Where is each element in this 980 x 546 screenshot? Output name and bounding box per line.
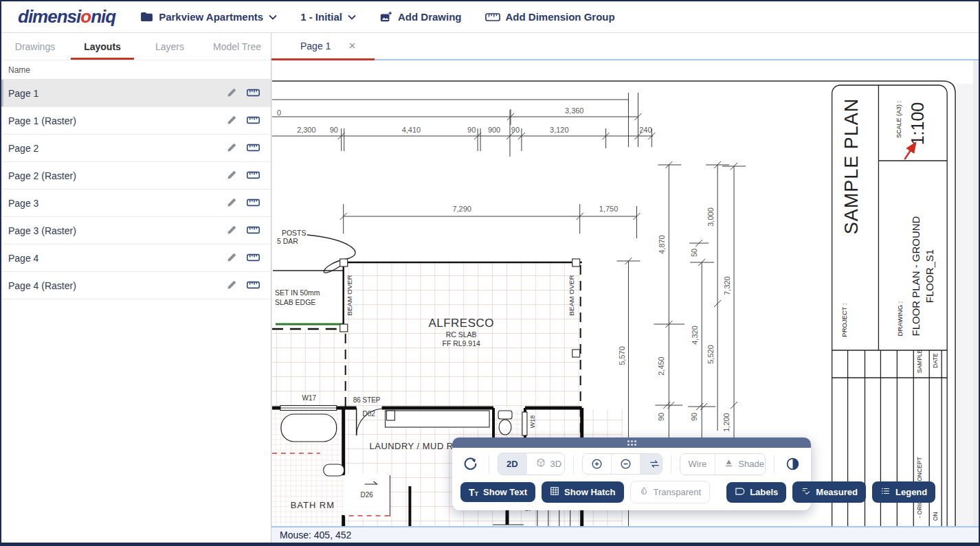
status-bar: Mouse: 405, 452: [271, 526, 979, 543]
dim-3360: 3,360: [565, 106, 583, 115]
fit-extents-button[interactable]: [640, 454, 662, 474]
drawing-name-line2: FLOOR_S1: [924, 249, 935, 303]
show-hatch-button[interactable]: Show Hatch: [542, 481, 623, 503]
measured-icon: [801, 486, 811, 498]
ruler-icon: [485, 12, 500, 22]
document-tab-page-1[interactable]: Page 1 ×: [271, 33, 375, 60]
layout-row-page-4[interactable]: Page 4: [1, 244, 271, 272]
version-selector[interactable]: 1 - Initial: [300, 11, 356, 23]
dim-240: 240: [639, 126, 652, 134]
dim-2300: 2,300: [297, 126, 315, 134]
layout-row-page-2[interactable]: Page 2: [1, 135, 271, 162]
layout-row-page-1[interactable]: Page 1: [1, 80, 271, 107]
layout-row-page-1-raster[interactable]: Page 1 (Raster): [1, 107, 271, 135]
rename-pencil-icon[interactable]: [227, 225, 237, 237]
d26-label: D26: [360, 491, 373, 499]
measured-label: Measured: [816, 487, 858, 497]
dimension-ruler-icon[interactable]: [247, 225, 260, 236]
sidebar: Drawings Layouts Layers Model Tree Name …: [1, 33, 271, 543]
rename-pencil-icon[interactable]: [227, 115, 237, 127]
dimension-ruler-icon[interactable]: [247, 198, 260, 209]
project-selector[interactable]: Parkview Apartments: [140, 11, 277, 23]
text-icon: TT: [469, 488, 478, 497]
dim-4410: 4,410: [402, 126, 421, 134]
add-dimension-group-button[interactable]: Add Dimension Group: [485, 11, 615, 23]
layout-row-page-3[interactable]: Page 3: [1, 190, 271, 217]
dim-1200: 1,200: [722, 413, 731, 431]
dim-4870: 4,870: [658, 235, 666, 253]
mode-3d-label: 3D: [550, 459, 562, 469]
tab-layers[interactable]: Layers: [136, 33, 203, 60]
dim-4320: 4,320: [691, 326, 699, 344]
close-icon[interactable]: ×: [348, 40, 355, 52]
dim-3000: 3,000: [706, 207, 715, 226]
toolbar-drag-handle[interactable]: [452, 437, 811, 448]
app-window: dimensioniq Parkview Apartments 1 - Init…: [0, 0, 980, 546]
tab-model-tree[interactable]: Model Tree: [203, 33, 271, 60]
rotate-button[interactable]: [460, 455, 480, 473]
chevron-down-icon: [269, 14, 277, 20]
rename-pencil-icon[interactable]: [227, 197, 237, 209]
show-text-button[interactable]: TTShow Text: [460, 482, 535, 502]
layout-row-page-2-raster[interactable]: Page 2 (Raster): [1, 162, 271, 190]
transparent-label: Transparent: [654, 487, 702, 497]
add-drawing-button[interactable]: Add Drawing: [379, 11, 462, 23]
dimension-ruler-icon[interactable]: [247, 170, 260, 181]
layout-row-page-3-raster[interactable]: Page 3 (Raster): [1, 217, 271, 244]
revision-label: ON: [932, 512, 939, 521]
tab-layouts[interactable]: Layouts: [69, 33, 136, 60]
logo-text: dimensi: [18, 6, 80, 27]
measured-button[interactable]: Measured: [792, 481, 866, 503]
chevron-down-icon: [348, 14, 356, 20]
mode-3d-button[interactable]: 3D: [526, 453, 565, 475]
legend-button[interactable]: Legend: [872, 481, 935, 503]
toolbar-row-view: 2D 3D Wire: [460, 453, 803, 475]
rename-pencil-icon[interactable]: [227, 170, 237, 182]
wire-button[interactable]: Wire: [680, 454, 715, 475]
zoom-out-button[interactable]: [611, 454, 640, 474]
top-bar: dimensioniq Parkview Apartments 1 - Init…: [1, 1, 979, 33]
dimension-ruler-icon[interactable]: [247, 88, 260, 99]
dimension-ruler-icon[interactable]: [247, 143, 260, 154]
labels-button[interactable]: Labels: [726, 482, 786, 503]
dimension-ruler-icon[interactable]: [247, 115, 260, 126]
mid-dimensions: [340, 204, 641, 238]
wire-label: Wire: [689, 459, 707, 469]
mode-2d-button[interactable]: 2D: [498, 453, 526, 475]
rename-pencil-icon[interactable]: [227, 87, 237, 100]
laundry-label: LAUNDRY / MUD R: [370, 441, 454, 451]
logo-accent: o: [80, 6, 91, 27]
rename-pencil-icon[interactable]: [227, 280, 237, 292]
transparent-button[interactable]: Transparent: [630, 481, 711, 503]
legend-label: Legend: [895, 487, 927, 497]
rename-pencil-icon[interactable]: [227, 142, 237, 155]
show-text-label: Show Text: [483, 487, 527, 497]
dim-5520: 5,520: [706, 345, 715, 363]
project-label: PROJECT :: [840, 303, 848, 337]
scale-label: SCALE (A3) :: [895, 101, 902, 138]
hatch-grid-icon: [550, 486, 559, 498]
layout-row-page-4-raster[interactable]: Page 4 (Raster): [1, 272, 271, 299]
mouse-coordinates: Mouse: 405, 452: [280, 530, 351, 541]
version-name: 1 - Initial: [300, 11, 342, 23]
layout-name: Page 3 (Raster): [8, 225, 76, 236]
step-label: 86 STEP: [353, 396, 381, 404]
shade-button[interactable]: Shade: [715, 454, 766, 475]
dim-7290: 7,290: [452, 205, 471, 213]
slab-edge-note: SET IN 50mm SLAB EDGE: [272, 271, 344, 329]
set-in-label-1: SET IN 50mm: [275, 289, 320, 297]
zoom-in-button[interactable]: [583, 454, 611, 474]
layout-name: Page 1: [8, 88, 38, 99]
posts-label-1: POSTS: [282, 229, 306, 237]
tab-drawings[interactable]: Drawings: [1, 33, 69, 60]
zoom-group: [582, 453, 662, 475]
contrast-button[interactable]: [783, 455, 803, 473]
dimension-ruler-icon[interactable]: [247, 253, 260, 264]
tag-icon: [735, 487, 745, 498]
rename-pencil-icon[interactable]: [227, 252, 237, 264]
dimension-ruler-icon[interactable]: [247, 280, 260, 291]
layout-name: Page 2: [8, 143, 38, 154]
drawing-canvas[interactable]: SAMPLE PLAN SCALE (A3) : 1:100 PROJECT :…: [271, 60, 979, 526]
shade-label: Shade: [738, 459, 764, 469]
shade-icon: [724, 458, 734, 470]
